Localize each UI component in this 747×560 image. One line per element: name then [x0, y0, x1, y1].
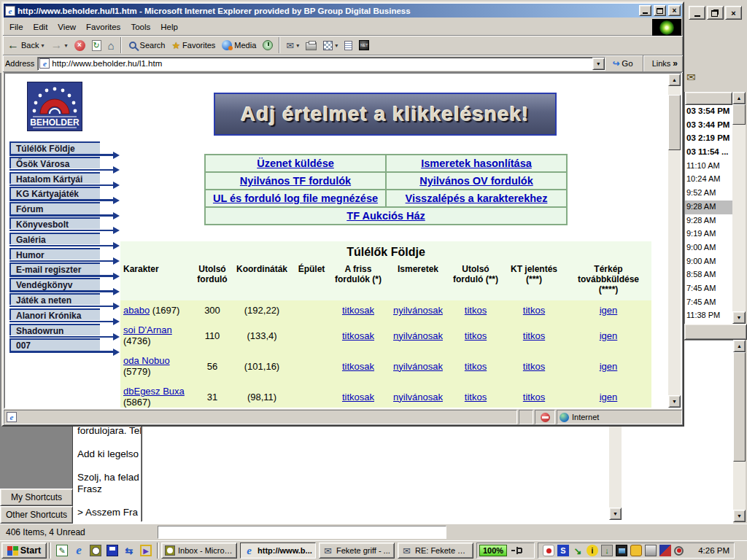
- edit-button[interactable]: ▾: [320, 36, 341, 54]
- knowledge-link[interactable]: nyilvánosak: [393, 330, 443, 341]
- fresh-turns-link[interactable]: titkosak: [342, 392, 374, 402]
- kt-report-link[interactable]: titkos: [523, 330, 545, 341]
- nav-menu-item[interactable]: 007: [9, 338, 100, 351]
- message-list-item[interactable]: 7:45 AM: [685, 282, 732, 296]
- quick-launch-icon[interactable]: ⇆: [123, 545, 135, 556]
- message-list-item[interactable]: 8:58 AM: [685, 268, 732, 282]
- search-button[interactable]: Search: [125, 36, 169, 54]
- task-button[interactable]: ✉ RE: Fekete grif...: [398, 542, 473, 559]
- tray-icon[interactable]: i: [587, 545, 598, 556]
- task-button[interactable]: Inbox - Micros...: [161, 542, 237, 559]
- scroll-down-button[interactable]: ▼: [732, 311, 746, 324]
- forward-button[interactable]: → ▾: [47, 36, 70, 54]
- refresh-button[interactable]: ↻: [89, 36, 104, 54]
- tray-icon[interactable]: [630, 545, 642, 556]
- menu-item[interactable]: Favorites: [81, 20, 125, 34]
- outlook-minimize-button[interactable]: [689, 6, 705, 20]
- nav-menu-item[interactable]: Hatalom Kártyái: [9, 172, 100, 184]
- banner-ad[interactable]: Adj értelmet a klikkelésnek!: [214, 93, 557, 136]
- taskbar-clock[interactable]: 4:26 PM: [695, 546, 729, 555]
- quick-launch-icon[interactable]: e: [73, 545, 85, 556]
- message-list-item[interactable]: 9:19 AM: [685, 228, 732, 241]
- battery-indicator[interactable]: 100%: [479, 545, 507, 556]
- preview-pane-scrollbar[interactable]: ▲ ▼: [733, 340, 746, 522]
- favorites-button[interactable]: ★ Favorites: [169, 36, 218, 54]
- tray-icon[interactable]: ↘: [572, 545, 584, 556]
- task-button[interactable]: ✉ Fekete griff - ...: [319, 542, 395, 559]
- nav-menu-item[interactable]: Galéria: [9, 233, 100, 245]
- last-turn-link[interactable]: titkos: [465, 361, 487, 372]
- scrollbar-thumb[interactable]: [732, 104, 746, 125]
- outlook-pane-splitter[interactable]: [684, 324, 747, 340]
- map-forward-link[interactable]: igen: [600, 305, 618, 316]
- fresh-turns-link[interactable]: titkosak: [342, 361, 374, 372]
- fresh-turns-link[interactable]: titkosak: [342, 330, 374, 341]
- knowledge-link[interactable]: nyilvánosak: [393, 305, 443, 316]
- map-forward-link[interactable]: igen: [600, 361, 618, 372]
- links-toolbar[interactable]: Links »: [649, 58, 681, 69]
- nav-menu-item[interactable]: Ősök Városa: [9, 157, 100, 169]
- outlook-mail-toolbar-icon[interactable]: ✉: [686, 71, 696, 84]
- menu-item[interactable]: Tools: [125, 20, 155, 34]
- maximize-button[interactable]: [654, 5, 666, 16]
- beholder-logo[interactable]: BEHOLDER: [27, 82, 82, 131]
- start-button[interactable]: Start: [1, 542, 47, 559]
- nav-menu-item[interactable]: KG Kártyajáték: [9, 187, 100, 199]
- menu-item[interactable]: View: [53, 20, 81, 34]
- last-turn-link[interactable]: titkos: [465, 330, 487, 341]
- message-list-item[interactable]: 03 3:44 PM: [685, 119, 732, 133]
- discuss-button[interactable]: [341, 36, 355, 54]
- ie-title-bar[interactable]: e http://www.beholder.hu/l1.htm - Micros…: [4, 4, 682, 18]
- message-list-item[interactable]: 9:52 AM: [685, 187, 732, 201]
- outlook-restore-button[interactable]: [707, 6, 724, 20]
- tray-icon[interactable]: [659, 545, 671, 556]
- map-forward-link[interactable]: igen: [600, 392, 618, 402]
- last-turn-link[interactable]: titkos: [465, 305, 487, 316]
- nav-menu-item[interactable]: Könyvesbolt: [9, 217, 100, 230]
- quick-launch-icon[interactable]: [107, 545, 118, 556]
- message-list-item[interactable]: 7:45 AM: [685, 296, 732, 310]
- message-list-item[interactable]: 10:24 AM: [685, 173, 732, 187]
- menu-item[interactable]: Edit: [28, 20, 53, 34]
- nav-menu-item[interactable]: Humor: [9, 248, 100, 260]
- nav-menu-item[interactable]: E-mail regiszter: [9, 262, 100, 275]
- scroll-down-button[interactable]: ▼: [609, 508, 622, 520]
- address-dropdown-button[interactable]: ▾: [592, 58, 605, 70]
- back-button[interactable]: ← Back ▾: [4, 36, 47, 54]
- message-list-item[interactable]: 9:28 AM: [685, 201, 732, 214]
- knowledge-link[interactable]: nyilvánosak: [393, 361, 443, 372]
- quick-launch-icon[interactable]: [90, 545, 101, 556]
- message-list-item[interactable]: 11:38 PM: [685, 309, 732, 323]
- nav-menu-item[interactable]: Fórum: [9, 202, 100, 214]
- scroll-up-button[interactable]: ▲: [732, 92, 746, 104]
- character-link[interactable]: dbEgesz Buxa: [123, 386, 185, 397]
- nav-menu-item[interactable]: Vendégkönyv: [9, 278, 100, 290]
- tray-icon[interactable]: [645, 545, 657, 556]
- last-turn-link[interactable]: titkos: [465, 392, 487, 402]
- address-input[interactable]: e http://www.beholder.hu/l1.htm ▾: [37, 57, 605, 71]
- character-link[interactable]: ababo: [123, 305, 150, 316]
- scroll-up-button[interactable]: ▲: [668, 74, 681, 86]
- message-list-item[interactable]: 03 3:54 PM: [685, 105, 732, 119]
- kt-report-link[interactable]: titkos: [523, 361, 545, 372]
- tray-icon[interactable]: [543, 545, 554, 556]
- scrollbar-thumb[interactable]: [733, 352, 746, 462]
- close-button[interactable]: ×: [668, 5, 681, 16]
- quick-link[interactable]: TF Aukciós Ház: [347, 210, 425, 222]
- message-list-item[interactable]: 03 11:54 ...: [685, 146, 732, 160]
- nav-menu-item[interactable]: Shadowrun: [9, 324, 100, 336]
- media-button[interactable]: Media: [219, 36, 259, 54]
- character-link[interactable]: oda Nobuo: [123, 355, 170, 366]
- minimize-button[interactable]: [639, 5, 651, 16]
- tray-icon[interactable]: [674, 546, 684, 556]
- knowledge-link[interactable]: nyilvánosak: [393, 392, 443, 402]
- quick-launch-icon[interactable]: ✎: [56, 545, 68, 556]
- message-list-item[interactable]: 03 2:19 PM: [685, 132, 732, 146]
- message-list-scrollbar[interactable]: ▲ ▼: [732, 92, 746, 324]
- quick-link[interactable]: Ismeretek hasonlítása: [421, 158, 532, 169]
- shortcut-group-button[interactable]: My Shortcuts: [0, 489, 73, 506]
- quick-link[interactable]: Üzenet küldése: [257, 158, 334, 169]
- page-scrollbar[interactable]: ▲ ▼: [668, 74, 681, 408]
- tray-icon[interactable]: [616, 545, 627, 556]
- mail-button[interactable]: ✉ ▾: [283, 36, 302, 54]
